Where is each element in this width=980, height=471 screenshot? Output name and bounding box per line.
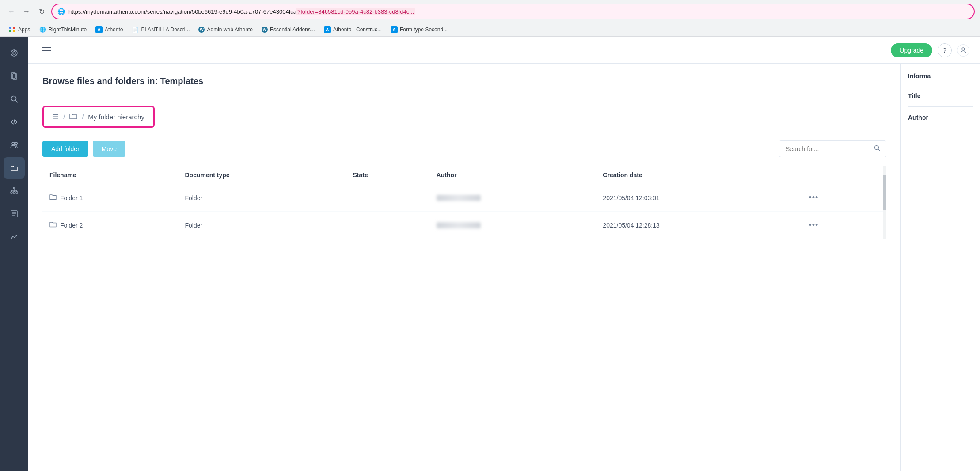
panel-author-label: Author xyxy=(908,114,973,121)
scrollbar-track[interactable] xyxy=(883,166,886,239)
breadcrumb-box[interactable]: ☰ / / My folder hierarchy xyxy=(42,106,155,128)
title-divider xyxy=(42,95,886,95)
top-nav-right: Upgrade ? xyxy=(891,43,969,57)
scrollbar-thumb[interactable] xyxy=(883,175,886,210)
row-2-actions: ••• xyxy=(798,212,886,239)
row-2-doctype: Folder xyxy=(178,212,346,239)
svg-line-25 xyxy=(878,149,880,151)
action-bar: Add folder Move xyxy=(42,140,886,157)
row-1-author xyxy=(429,184,596,212)
athento-icon: A xyxy=(95,26,103,33)
row-2-author xyxy=(429,212,596,239)
add-folder-button[interactable]: Add folder xyxy=(42,141,88,157)
svg-rect-12 xyxy=(13,192,15,193)
bookmark-rtm-label: RightThisMinute xyxy=(48,27,87,33)
bookmark-plantilla[interactable]: 📄 PLANTILLA Descri... xyxy=(128,25,193,34)
sidebar-item-analytics[interactable] xyxy=(4,226,25,247)
table-body: Folder 1 Folder 2021/05/04 12:03:01 ••• xyxy=(42,184,886,239)
row-1-more-button[interactable]: ••• xyxy=(805,191,822,204)
sidebar-item-hierarchy[interactable] xyxy=(4,180,25,201)
sidebar-item-users[interactable] xyxy=(4,134,25,156)
move-button[interactable]: Move xyxy=(93,141,125,157)
sidebar-item-code[interactable] xyxy=(4,111,25,133)
row-2-filename: Folder 2 xyxy=(42,212,178,239)
globe-icon: 🌐 xyxy=(57,8,65,15)
bookmark-construc-label: Athento - Construc... xyxy=(333,27,382,33)
folder-icon-row2 xyxy=(49,221,57,229)
row-2-more-button[interactable]: ••• xyxy=(805,219,822,232)
col-actions xyxy=(798,166,886,184)
sidebar xyxy=(0,37,28,471)
apps-grid-icon xyxy=(9,26,16,33)
wp-icon-2: W xyxy=(262,27,268,33)
row-1-doctype: Folder xyxy=(178,184,346,212)
refresh-button[interactable]: ↻ xyxy=(35,5,48,18)
bookmark-athento[interactable]: A Athento xyxy=(92,25,126,34)
svg-point-8 xyxy=(12,142,15,145)
panel-title-label: Title xyxy=(908,92,973,99)
sidebar-item-search[interactable] xyxy=(4,88,25,110)
content-area: Upgrade ? Browse files and folders in: T… xyxy=(28,37,980,471)
bookmark-adminweb[interactable]: W Admin web Athento xyxy=(195,25,256,34)
panel-informa-title: Informa xyxy=(908,72,973,80)
svg-line-7 xyxy=(14,120,15,124)
sidebar-item-documents[interactable] xyxy=(4,65,25,87)
nav-buttons: ← → ↻ xyxy=(5,5,48,18)
search-input[interactable] xyxy=(779,141,868,156)
panel-title-section: Title xyxy=(908,92,973,99)
upgrade-button[interactable]: Upgrade xyxy=(891,43,932,57)
user-avatar-button[interactable] xyxy=(957,44,969,57)
col-author: Author xyxy=(429,166,596,184)
svg-line-6 xyxy=(16,101,18,103)
file-table: Filename Document type State Author Crea… xyxy=(42,166,886,239)
bookmark-formtype[interactable]: A Form type Second... xyxy=(387,25,451,34)
address-bar[interactable]: 🌐 https://mydomain.athento.com/series/na… xyxy=(51,4,975,19)
col-creation: Creation date xyxy=(596,166,798,184)
right-panel: Informa Title Author xyxy=(900,64,980,471)
panel-author-section: Author xyxy=(908,114,973,121)
athento3-icon: A xyxy=(391,26,398,33)
hamburger-button[interactable] xyxy=(39,44,55,57)
bookmark-essential-label: Essential Addons... xyxy=(270,27,315,33)
bookmark-apps[interactable]: Apps xyxy=(5,25,34,34)
app-layout: Upgrade ? Browse files and folders in: T… xyxy=(0,37,980,471)
back-button[interactable]: ← xyxy=(5,5,18,18)
svg-point-9 xyxy=(15,143,18,145)
bookmark-adminweb-label: Admin web Athento xyxy=(207,27,252,33)
table-header: Filename Document type State Author Crea… xyxy=(42,166,886,184)
folder-icon-row1 xyxy=(49,194,57,201)
sidebar-item-dashboard[interactable] xyxy=(4,42,25,64)
search-button[interactable] xyxy=(868,141,886,157)
bookmark-athento-label: Athento xyxy=(105,27,123,33)
browser-toolbar: ← → ↻ 🌐 https://mydomain.athento.com/ser… xyxy=(0,0,980,23)
sidebar-item-notes[interactable] xyxy=(4,203,25,224)
address-highlight: ?folder=846581cd-059a-4c82-b383-cd8fd4c.… xyxy=(296,8,415,15)
bookmark-athento-construc[interactable]: A Athento - Construc... xyxy=(320,25,385,34)
address-text: https://mydomain.athento.com/series/navi… xyxy=(68,8,969,15)
search-container xyxy=(779,140,886,157)
svg-point-5 xyxy=(11,96,16,101)
bookmark-essential[interactable]: W Essential Addons... xyxy=(258,25,319,34)
svg-rect-13 xyxy=(16,192,18,193)
bookmark-plantilla-label: PLANTILLA Descri... xyxy=(141,27,190,33)
separator-2: / xyxy=(82,113,84,121)
svg-point-23 xyxy=(962,48,965,50)
athento2-icon: A xyxy=(324,26,331,33)
row-2-state xyxy=(346,212,429,239)
table-row: Folder 1 Folder 2021/05/04 12:03:01 ••• xyxy=(42,184,886,212)
file-table-container: Filename Document type State Author Crea… xyxy=(42,166,886,239)
svg-point-1 xyxy=(13,52,15,54)
folder-icon xyxy=(69,113,77,121)
browser-chrome: ← → ↻ 🌐 https://mydomain.athento.com/ser… xyxy=(0,0,980,37)
forward-button[interactable]: → xyxy=(20,5,33,18)
sidebar-item-folders[interactable] xyxy=(4,157,25,179)
row-1-filename: Folder 1 xyxy=(42,184,178,212)
col-doctype: Document type xyxy=(178,166,346,184)
svg-rect-10 xyxy=(13,187,15,189)
bookmark-rightthisminute[interactable]: 🌐 RightThisMinute xyxy=(35,25,90,34)
bookmark-apps-label: Apps xyxy=(18,27,30,33)
breadcrumb-path: My folder hierarchy xyxy=(88,113,144,121)
wp-icon: W xyxy=(198,27,205,33)
help-button[interactable]: ? xyxy=(938,43,952,57)
separator-1: / xyxy=(63,113,65,121)
